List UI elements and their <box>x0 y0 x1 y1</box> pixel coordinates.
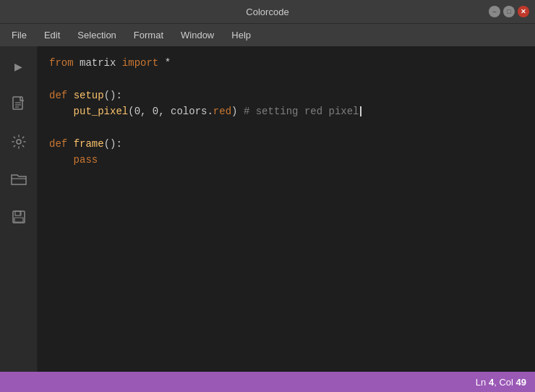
menu-selection[interactable]: Selection <box>69 27 124 43</box>
folder-open-icon[interactable] <box>7 168 30 191</box>
col-label: Col <box>499 377 513 388</box>
sidebar: ▶ <box>0 46 38 372</box>
status-bar: Ln 4, Col 49 <box>0 372 535 392</box>
code-line-6: def frame(): <box>49 136 523 152</box>
main-area: ▶ <box>0 46 535 372</box>
menu-bar: File Edit Selection Format Window Help <box>0 23 535 46</box>
minimize-button[interactable]: – <box>489 6 500 17</box>
code-line-4: put_pixel(0, 0, colors.red) # setting re… <box>49 103 523 119</box>
menu-edit[interactable]: Edit <box>35 27 69 43</box>
editor[interactable]: from matrix import * def setup(): put_pi… <box>38 46 535 372</box>
cursor-position: Ln 4, Col 49 <box>476 377 526 388</box>
maximize-button[interactable]: □ <box>503 6 515 17</box>
code-line-1: from matrix import * <box>49 55 523 71</box>
svg-rect-7 <box>14 218 23 222</box>
window-controls: – □ ✕ <box>489 6 529 17</box>
title-bar: Colorcode – □ ✕ <box>0 0 535 23</box>
play-icon[interactable]: ▶ <box>7 55 30 78</box>
menu-file[interactable]: File <box>3 27 35 43</box>
save-icon[interactable] <box>7 205 30 229</box>
code-line-7: pass <box>49 152 523 168</box>
close-button[interactable]: ✕ <box>518 6 529 17</box>
line-label: Ln <box>476 377 486 388</box>
document-icon[interactable] <box>7 93 30 116</box>
code-line-2 <box>49 71 523 87</box>
menu-help[interactable]: Help <box>223 27 260 43</box>
menu-window[interactable]: Window <box>172 27 223 43</box>
code-line-5 <box>49 120 523 136</box>
svg-point-4 <box>17 140 21 144</box>
code-line-3: def setup(): <box>49 88 523 103</box>
settings-icon[interactable] <box>7 130 30 153</box>
menu-format[interactable]: Format <box>125 27 172 43</box>
line-number-value: 4 <box>489 377 494 388</box>
col-number-value: 49 <box>516 377 526 388</box>
window-title: Colorcode <box>246 7 288 17</box>
